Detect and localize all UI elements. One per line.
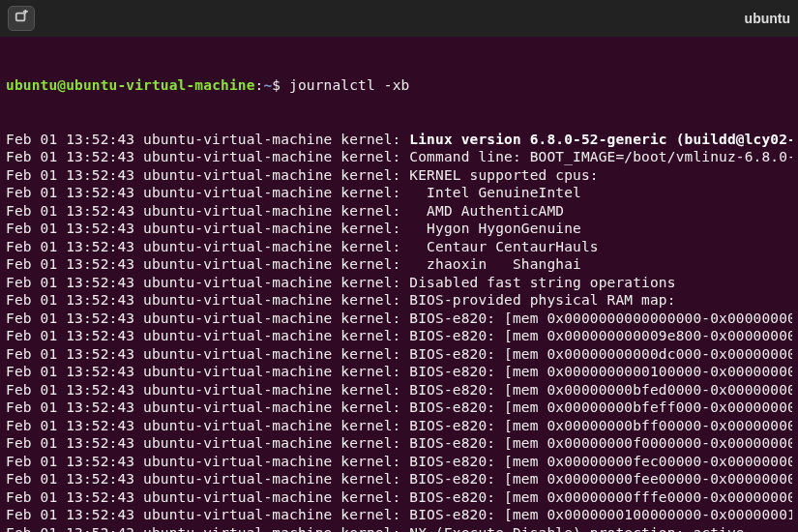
log-source: kernel: — [340, 364, 409, 379]
log-source: kernel: — [340, 310, 409, 326]
log-host: ubuntu-virtual-machine — [143, 525, 340, 533]
log-line: Feb 01 13:52:43 ubuntu-virtual-machine k… — [6, 184, 792, 202]
log-host: ubuntu-virtual-machine — [143, 203, 340, 219]
log-timestamp: Feb 01 13:52:43 — [6, 203, 143, 219]
log-source: kernel: — [340, 275, 409, 290]
log-line: Feb 01 13:52:43 ubuntu-virtual-machine k… — [6, 274, 792, 292]
log-message: BIOS-e820: [mem 0x00000000bff00000-0x000… — [409, 418, 792, 433]
log-line: Feb 01 13:52:43 ubuntu-virtual-machine k… — [6, 255, 792, 274]
prompt-at: @ — [57, 77, 66, 93]
log-host: ubuntu-virtual-machine — [143, 221, 340, 236]
log-line: Feb 01 13:52:43 ubuntu-virtual-machine k… — [6, 327, 792, 345]
titlebar: ubuntu — [0, 0, 798, 37]
log-source: kernel: — [340, 167, 409, 183]
log-timestamp: Feb 01 13:52:43 — [6, 310, 143, 326]
log-message: NX (Execute Disable) protection: active — [409, 525, 744, 533]
log-timestamp: Feb 01 13:52:43 — [6, 489, 143, 505]
log-timestamp: Feb 01 13:52:43 — [6, 149, 143, 164]
log-source: kernel: — [340, 399, 409, 415]
log-line: Feb 01 13:52:43 ubuntu-virtual-machine k… — [6, 166, 792, 185]
log-line: Feb 01 13:52:43 ubuntu-virtual-machine k… — [6, 131, 792, 149]
log-source: kernel: — [340, 203, 409, 219]
log-host: ubuntu-virtual-machine — [143, 310, 340, 326]
log-timestamp: Feb 01 13:52:43 — [6, 256, 143, 272]
terminal-output[interactable]: ubuntu@ubuntu-virtual-machine:~$ journal… — [0, 37, 798, 532]
log-timestamp: Feb 01 13:52:43 — [6, 382, 143, 398]
log-line: Feb 01 13:52:43 ubuntu-virtual-machine k… — [6, 363, 792, 381]
log-timestamp: Feb 01 13:52:43 — [6, 418, 143, 433]
log-message: BIOS-e820: [mem 0x00000000bfeff000-0x000… — [409, 399, 792, 415]
log-host: ubuntu-virtual-machine — [143, 256, 340, 272]
log-host: ubuntu-virtual-machine — [143, 435, 340, 451]
log-source: kernel: — [340, 239, 409, 254]
log-message: BIOS-e820: [mem 0x0000000000000000-0x000… — [409, 310, 792, 326]
log-source: kernel: — [340, 507, 409, 522]
prompt-user: ubuntu — [6, 77, 57, 93]
log-host: ubuntu-virtual-machine — [143, 489, 340, 505]
log-lines: Feb 01 13:52:43 ubuntu-virtual-machine k… — [6, 131, 792, 533]
log-source: kernel: — [340, 328, 409, 343]
log-source: kernel: — [340, 435, 409, 451]
log-message: BIOS-e820: [mem 0x00000000000dc000-0x000… — [409, 346, 792, 362]
log-line: Feb 01 13:52:43 ubuntu-virtual-machine k… — [6, 310, 792, 328]
log-host: ubuntu-virtual-machine — [143, 328, 340, 343]
log-host: ubuntu-virtual-machine — [143, 132, 340, 147]
log-message: Linux version 6.8.0-52-generic (buildd@l… — [409, 132, 792, 147]
log-host: ubuntu-virtual-machine — [143, 382, 340, 398]
log-timestamp: Feb 01 13:52:43 — [6, 239, 143, 254]
log-host: ubuntu-virtual-machine — [143, 185, 340, 200]
log-source: kernel: — [340, 454, 409, 469]
log-host: ubuntu-virtual-machine — [143, 454, 340, 469]
log-source: kernel: — [340, 256, 409, 272]
log-host: ubuntu-virtual-machine — [143, 275, 340, 290]
log-source: kernel: — [340, 346, 409, 362]
log-host: ubuntu-virtual-machine — [143, 346, 340, 362]
log-line: Feb 01 13:52:43 ubuntu-virtual-machine k… — [6, 238, 792, 256]
log-message: BIOS-e820: [mem 0x00000000bfed0000-0x000… — [409, 382, 792, 398]
log-timestamp: Feb 01 13:52:43 — [6, 221, 143, 236]
log-host: ubuntu-virtual-machine — [143, 399, 340, 415]
log-line: Feb 01 13:52:43 ubuntu-virtual-machine k… — [6, 345, 792, 364]
log-timestamp: Feb 01 13:52:43 — [6, 399, 143, 415]
log-host: ubuntu-virtual-machine — [143, 364, 340, 379]
log-line: Feb 01 13:52:43 ubuntu-virtual-machine k… — [6, 434, 792, 453]
log-source: kernel: — [340, 149, 409, 164]
log-message: BIOS-e820: [mem 0x0000000100000000-0x000… — [409, 507, 792, 522]
log-host: ubuntu-virtual-machine — [143, 167, 340, 183]
log-message: Disabled fast string operations — [409, 275, 675, 290]
new-tab-button[interactable] — [8, 6, 35, 31]
new-tab-icon — [15, 10, 28, 28]
prompt-sign: $ — [272, 77, 289, 93]
log-source: kernel: — [340, 292, 409, 308]
log-message: BIOS-e820: [mem 0x0000000000100000-0x000… — [409, 364, 792, 379]
window-title: ubuntu — [745, 10, 790, 28]
log-timestamp: Feb 01 13:52:43 — [6, 132, 143, 147]
log-line: Feb 01 13:52:43 ubuntu-virtual-machine k… — [6, 381, 792, 399]
log-message: BIOS-e820: [mem 0x00000000fec00000-0x000… — [409, 454, 792, 469]
log-line: Feb 01 13:52:43 ubuntu-virtual-machine k… — [6, 470, 792, 488]
log-host: ubuntu-virtual-machine — [143, 471, 340, 487]
log-source: kernel: — [340, 221, 409, 236]
log-message: KERNEL supported cpus: — [409, 167, 598, 183]
command-text: journalctl -xb — [289, 77, 409, 93]
log-timestamp: Feb 01 13:52:43 — [6, 471, 143, 487]
log-source: kernel: — [340, 525, 409, 533]
log-message: BIOS-provided physical RAM map: — [409, 292, 675, 308]
log-line: Feb 01 13:52:43 ubuntu-virtual-machine k… — [6, 488, 792, 507]
log-timestamp: Feb 01 13:52:43 — [6, 292, 143, 308]
log-timestamp: Feb 01 13:52:43 — [6, 364, 143, 379]
log-source: kernel: — [340, 489, 409, 505]
svg-rect-0 — [16, 13, 25, 20]
log-host: ubuntu-virtual-machine — [143, 292, 340, 308]
prompt-line: ubuntu@ubuntu-virtual-machine:~$ journal… — [6, 76, 792, 95]
log-message: BIOS-e820: [mem 0x00000000fffe0000-0x000… — [409, 489, 792, 505]
log-timestamp: Feb 01 13:52:43 — [6, 435, 143, 451]
log-message: BIOS-e820: [mem 0x00000000f0000000-0x000… — [409, 435, 792, 451]
log-timestamp: Feb 01 13:52:43 — [6, 507, 143, 522]
log-source: kernel: — [340, 418, 409, 433]
log-source: kernel: — [340, 382, 409, 398]
log-timestamp: Feb 01 13:52:43 — [6, 454, 143, 469]
log-message: BIOS-e820: [mem 0x000000000009e800-0x000… — [409, 328, 792, 343]
log-timestamp: Feb 01 13:52:43 — [6, 185, 143, 200]
log-timestamp: Feb 01 13:52:43 — [6, 328, 143, 343]
